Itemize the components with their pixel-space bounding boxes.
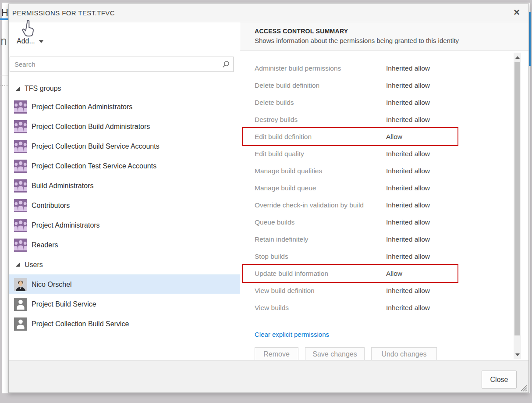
- group-item[interactable]: Readers: [9, 235, 240, 255]
- group-item[interactable]: Project Administrators: [9, 215, 240, 235]
- tree-node-tfs-groups[interactable]: TFS groups: [9, 80, 240, 97]
- permission-value[interactable]: Inherited allow: [386, 201, 430, 209]
- permission-value[interactable]: Inherited allow: [386, 167, 430, 175]
- page-fragment-heading: H: [1, 7, 8, 18]
- divider: [17, 52, 234, 52]
- permission-row-highlighted[interactable]: Update build information Allow: [240, 265, 528, 282]
- permissions-dialog: PERMISSIONS FOR TEST.TFVC × Add...: [8, 4, 529, 393]
- group-item[interactable]: Build Administrators: [9, 176, 240, 196]
- permission-name: Edit build definition: [255, 133, 386, 141]
- access-control-header: ACCESS CONTROL SUMMARY Shows information…: [240, 22, 528, 51]
- permission-row[interactable]: Manage build qualities Inherited allow: [240, 162, 528, 179]
- group-icon: [14, 219, 27, 232]
- page-fragment-blue-underline: [0, 18, 9, 20]
- permission-name: Delete build definition: [255, 82, 386, 89]
- permission-value[interactable]: Allow: [386, 270, 402, 278]
- group-item[interactable]: Project Collection Test Service Accounts: [9, 156, 240, 176]
- permission-row[interactable]: Destroy builds Inherited allow: [240, 111, 528, 128]
- permission-row[interactable]: Override check-in validation by build In…: [240, 196, 528, 214]
- permission-name: Override check-in validation by build: [255, 201, 386, 209]
- user-item-label: Nico Orschel: [32, 281, 72, 289]
- user-icon: [14, 317, 27, 331]
- access-control-panel: ACCESS CONTROL SUMMARY Shows information…: [240, 22, 528, 361]
- add-menu-label: Add...: [17, 37, 35, 45]
- permission-name: Destroy builds: [255, 116, 386, 124]
- user-item-label: Project Build Service: [32, 300, 96, 308]
- permission-row[interactable]: Delete build definition Inherited allow: [240, 77, 528, 94]
- group-item-label: Project Collection Test Service Accounts: [32, 162, 156, 170]
- permission-row[interactable]: Edit build quality Inherited allow: [240, 145, 528, 162]
- search-input[interactable]: [10, 57, 234, 72]
- save-changes-button[interactable]: Save changes: [305, 347, 365, 361]
- group-item[interactable]: Contributors: [9, 196, 240, 215]
- permission-value[interactable]: Inherited allow: [386, 304, 430, 312]
- expand-icon[interactable]: [16, 263, 20, 267]
- undo-changes-button[interactable]: Undo changes: [371, 347, 437, 361]
- permission-row-highlighted[interactable]: Edit build definition Allow: [240, 128, 528, 145]
- permission-row[interactable]: Stop builds Inherited allow: [240, 248, 528, 265]
- hand-cursor-icon: [21, 19, 36, 38]
- group-item-label: Project Collection Build Service Account…: [32, 143, 160, 150]
- permission-row[interactable]: Retain indefinitely Inherited allow: [240, 231, 528, 248]
- group-item[interactable]: Project Collection Administrators: [9, 97, 240, 117]
- page-fragment-line: [0, 75, 9, 75]
- permission-row[interactable]: View builds Inherited allow: [240, 299, 528, 316]
- summary-subtitle: Shows information about the permissions …: [255, 37, 528, 44]
- permission-value[interactable]: Inherited allow: [386, 287, 430, 295]
- dialog-close-icon[interactable]: ×: [511, 7, 522, 18]
- permission-value[interactable]: Inherited allow: [386, 235, 430, 243]
- group-icon: [14, 120, 27, 133]
- permission-value[interactable]: Inherited allow: [386, 253, 430, 260]
- permission-name: Update build information: [255, 270, 386, 278]
- permission-row[interactable]: Delete builds Inherited allow: [240, 94, 528, 111]
- permission-name: Queue builds: [255, 218, 386, 226]
- group-item-label: Project Collection Administrators: [32, 103, 132, 111]
- scrollbar-up-arrow[interactable]: [514, 53, 521, 61]
- permission-row[interactable]: Administer build permissions Inherited a…: [240, 60, 528, 77]
- add-menu-button[interactable]: Add...: [17, 37, 43, 45]
- group-icon: [14, 140, 27, 153]
- tree-node-users[interactable]: Users: [9, 255, 240, 275]
- group-icon: [14, 100, 27, 114]
- summary-title: ACCESS CONTROL SUMMARY: [255, 28, 528, 35]
- page-fragment-text: n: [0, 34, 7, 48]
- permission-value[interactable]: Allow: [386, 133, 402, 141]
- permission-row[interactable]: Manage build queue Inherited allow: [240, 179, 528, 196]
- dialog-title: PERMISSIONS FOR TEST.TFVC: [9, 9, 115, 17]
- resize-grip[interactable]: [520, 384, 527, 392]
- group-item-label: Readers: [32, 241, 58, 249]
- permissions-list: Administer build permissions Inherited a…: [240, 51, 528, 361]
- permission-name: Retain indefinitely: [255, 235, 386, 243]
- permission-value[interactable]: Inherited allow: [386, 82, 430, 89]
- page-fragment-dotted-line: [0, 85, 8, 86]
- permission-value[interactable]: Inherited allow: [386, 116, 430, 124]
- permission-value[interactable]: Inherited allow: [386, 99, 430, 107]
- permission-name: Stop builds: [255, 253, 386, 260]
- permission-value[interactable]: Inherited allow: [386, 218, 430, 226]
- close-button[interactable]: Close: [482, 371, 517, 389]
- group-item[interactable]: Project Collection Build Service Account…: [9, 136, 240, 156]
- permission-value[interactable]: Inherited allow: [386, 184, 430, 192]
- scrollbar-thumb[interactable]: [514, 62, 520, 335]
- group-icon: [14, 199, 27, 212]
- dialog-footer: Close: [9, 360, 528, 392]
- permission-value[interactable]: Inherited allow: [386, 150, 430, 158]
- permission-value[interactable]: Inherited allow: [386, 64, 430, 72]
- permission-name: Manage build qualities: [255, 167, 386, 175]
- dialog-titlebar: PERMISSIONS FOR TEST.TFVC ×: [9, 4, 528, 22]
- permission-row[interactable]: View build definition Inherited allow: [240, 282, 528, 299]
- clear-explicit-permissions-link[interactable]: Clear explicit permissions: [255, 331, 329, 338]
- user-item-nico-orschel[interactable]: Nico Orschel: [9, 275, 240, 294]
- group-item-label: Contributors: [32, 202, 70, 210]
- expand-icon[interactable]: [16, 87, 20, 91]
- group-item[interactable]: Project Collection Build Administrators: [9, 117, 240, 136]
- permission-name: Delete builds: [255, 99, 386, 107]
- chevron-down-icon: [39, 40, 43, 43]
- user-item[interactable]: Project Collection Build Service: [9, 314, 240, 334]
- user-item[interactable]: Project Build Service: [9, 294, 240, 314]
- permission-row[interactable]: Queue builds Inherited allow: [240, 214, 528, 231]
- remove-button[interactable]: Remove: [255, 347, 298, 361]
- user-item-label: Project Collection Build Service: [32, 320, 129, 328]
- scrollbar[interactable]: [514, 53, 521, 359]
- scrollbar-down-arrow[interactable]: [514, 351, 521, 358]
